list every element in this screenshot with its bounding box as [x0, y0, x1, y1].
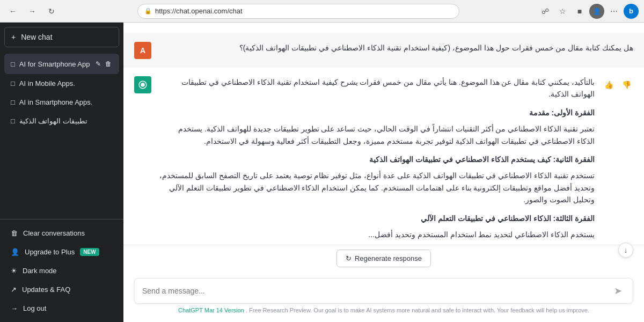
sidebar-item-ai-smartphone-app[interactable]: □ AI for Smartphone App ✎ 🗑 — [4, 54, 119, 74]
user-message: A هل يمكنك كتابة مقال من خمس فقرات حول ه… — [123, 33, 644, 68]
trash-icon: 🗑 — [11, 229, 18, 237]
sidebar-item-label: AI in Smartphone Apps. — [19, 98, 113, 106]
main-area: A هل يمكنك كتابة مقال من خمس فقرات حول ه… — [123, 23, 644, 322]
chat-icon: □ — [11, 60, 15, 68]
menu-button[interactable]: ⋯ — [606, 4, 621, 19]
assistant-message: بالتأكيد، يمكنني كتابة مقال عن هذا الموض… — [123, 68, 644, 245]
sidebar-item-ai-smartphone-apps[interactable]: □ AI in Smartphone Apps. — [4, 93, 119, 112]
logout-icon: → — [11, 304, 18, 312]
browser-right-icons: ☍ ☆ ■ 👤 ⋯ b — [538, 4, 639, 19]
plus-icon: + — [11, 33, 16, 41]
message-input[interactable] — [142, 287, 611, 295]
lock-icon: 🔒 — [144, 8, 152, 14]
dark-mode-label: Dark mode — [23, 267, 57, 275]
sidebar-item-actions: ✎ 🗑 — [94, 59, 113, 69]
input-area: ➤ ChatGPT Mar 14 Version . Free Research… — [123, 272, 644, 322]
extensions-button[interactable]: ■ — [572, 4, 587, 19]
chat-messages: A هل يمكنك كتابة مقال من خمس فقرات حول ه… — [123, 23, 644, 245]
thumbs-down-button[interactable]: 👎 — [620, 78, 633, 91]
forward-button[interactable]: → — [25, 4, 40, 19]
log-out-label: Log out — [23, 304, 46, 312]
delete-icon[interactable]: 🗑 — [104, 59, 113, 69]
refresh-button[interactable]: ↻ — [44, 4, 59, 19]
assistant-intro: بالتأكيد، يمكنني كتابة مقال عن هذا الموض… — [159, 76, 595, 100]
sidebar-item-label: تطبيقات الهواتف الذكية — [19, 117, 113, 125]
log-out-button[interactable]: → Log out — [4, 299, 119, 318]
favorites-button[interactable]: ☆ — [555, 4, 570, 19]
footer-link[interactable]: ChatGPT Mar 14 Version — [178, 307, 244, 313]
footer-text: ChatGPT Mar 14 Version . Free Research P… — [134, 307, 633, 313]
main-wrapper: A هل يمكنك كتابة مقال من خمس فقرات حول ه… — [123, 23, 644, 322]
footer-description: . Free Research Preview. Our goal is to … — [246, 307, 589, 313]
section-content-1: تعتبر تقنية الذكاء الاصطناعي من أكثر الت… — [159, 123, 595, 147]
bing-label: b — [629, 7, 633, 15]
input-box: ➤ — [134, 278, 633, 304]
back-button[interactable]: ← — [5, 4, 20, 19]
regenerate-icon: ↻ — [346, 254, 352, 262]
assistant-message-content: بالتأكيد، يمكنني كتابة مقال عن هذا الموض… — [159, 76, 595, 245]
updates-faq-button[interactable]: ↗ Updates & FAQ — [4, 280, 119, 299]
message-actions: 👍 👎 — [602, 76, 633, 91]
external-link-icon: ↗ — [11, 286, 17, 294]
user-message-text: هل يمكنك كتابة مقال من خمس فقرات حول هذا… — [159, 42, 633, 54]
section-title-2: الفقرة الثانية: كيف يستخدم الذكاء الاصطن… — [159, 153, 595, 165]
upgrade-plus-label: Upgrade to Plus — [25, 248, 75, 256]
chat-icon: □ — [11, 98, 15, 106]
browser-chrome: ← → ↻ 🔒 https://chat.openai.com/chat ☍ ☆… — [0, 0, 644, 23]
bing-icon[interactable]: b — [624, 4, 639, 19]
sidebar-item-label: AI in Mobile Apps. — [19, 79, 113, 87]
edit-icon[interactable]: ✎ — [94, 59, 102, 69]
chat-icon: □ — [11, 79, 15, 87]
section-title-3: الفقرة الثالثة: الذكاء الاصطناعي في تطبي… — [159, 213, 595, 224]
address-bar[interactable]: 🔒 https://chat.openai.com/chat — [137, 4, 459, 19]
thumbs-up-button[interactable]: 👍 — [602, 78, 616, 91]
sidebar-item-ai-mobile-apps[interactable]: □ AI in Mobile Apps. — [4, 74, 119, 93]
regenerate-button[interactable]: ↻ Regenerate response — [336, 250, 431, 267]
profile-button[interactable]: 👤 — [589, 4, 604, 19]
sidebar-bottom: 🗑 Clear conversations 👤 Upgrade to Plus … — [0, 219, 123, 322]
sidebar-item-smartphone-apps[interactable]: □ تطبيقات الهواتف الذكية — [4, 112, 119, 130]
sidebar-item-label: AI for Smartphone App — [19, 60, 90, 68]
sidebar-top: + New chat □ AI for Smartphone App ✎ 🗑 □… — [0, 23, 123, 219]
app-container: + New chat □ AI for Smartphone App ✎ 🗑 □… — [0, 23, 644, 322]
section-content-2: تستخدم تقنية الذكاء الاصطناعي في تطبيقات… — [159, 170, 595, 206]
new-chat-label: New chat — [21, 33, 52, 41]
scroll-down-button[interactable]: ↓ — [618, 243, 633, 258]
upgrade-plus-button[interactable]: 👤 Upgrade to Plus NEW — [4, 243, 119, 261]
sun-icon: ☀ — [11, 267, 17, 275]
sidebar: + New chat □ AI for Smartphone App ✎ 🗑 □… — [0, 23, 123, 322]
url-text: https://chat.openai.com/chat — [155, 7, 243, 15]
new-badge: NEW — [80, 248, 99, 256]
new-chat-button[interactable]: + New chat — [4, 27, 119, 47]
user-icon: 👤 — [11, 248, 19, 256]
assistant-avatar — [134, 76, 151, 93]
regenerate-label: Regenerate response — [355, 254, 422, 262]
dark-mode-button[interactable]: ☀ Dark mode — [4, 261, 119, 280]
section-content-3: يستخدم الذكاء الاصطناعي لتحديد نمط استخد… — [159, 229, 595, 240]
user-message-content: هل يمكنك كتابة مقال من خمس فقرات حول هذا… — [159, 42, 633, 58]
send-button[interactable]: ➤ — [611, 284, 625, 298]
updates-faq-label: Updates & FAQ — [22, 286, 70, 294]
chat-icon: □ — [11, 117, 15, 125]
regenerate-bar: ↻ Regenerate response — [123, 245, 644, 272]
clear-conversations-button[interactable]: 🗑 Clear conversations — [4, 224, 119, 243]
user-avatar: A — [134, 42, 151, 59]
clear-conversations-label: Clear conversations — [23, 229, 85, 237]
reading-view-button[interactable]: ☍ — [538, 4, 553, 19]
section-title-1: الفقرة الأولى: مقدمة — [159, 107, 595, 119]
